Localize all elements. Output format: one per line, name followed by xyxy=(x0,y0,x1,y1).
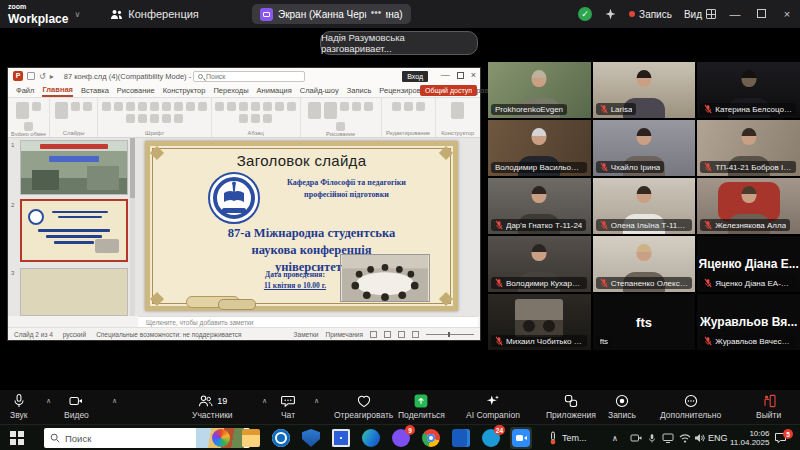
apps-button[interactable]: Приложения xyxy=(546,393,596,420)
react-button[interactable]: Отреагировать xyxy=(334,393,393,420)
notifications-button[interactable]: 5 xyxy=(774,425,797,450)
ribbon-group-font[interactable]: Шрифт xyxy=(98,98,212,137)
participant-tile[interactable]: Larisa xyxy=(593,62,696,118)
tab-file[interactable]: Файл xyxy=(16,86,34,95)
tray-mic-icon[interactable] xyxy=(648,425,656,450)
tab-home[interactable]: Главная xyxy=(42,85,73,97)
leave-button[interactable]: Выйти xyxy=(756,393,781,420)
ribbon-group-paragraph[interactable]: Абзац xyxy=(212,98,301,137)
video-button[interactable]: Видео xyxy=(64,393,89,420)
language-indicator[interactable]: русский xyxy=(63,331,86,338)
reading-view-icon[interactable] xyxy=(398,331,405,338)
tab-slideshow[interactable]: Слайд-шоу xyxy=(300,86,339,95)
ribbon-group-clipboard[interactable]: Буфер обмена xyxy=(8,98,50,137)
tray-display-icon[interactable] xyxy=(662,425,674,450)
comments-button[interactable]: Примечания xyxy=(325,331,363,338)
slide-thumbnail-3[interactable] xyxy=(20,268,128,316)
ai-sparkle-icon[interactable] xyxy=(604,8,617,21)
tab-insert[interactable]: Вставка xyxy=(81,86,109,95)
tab-animations[interactable]: Анимация xyxy=(257,86,292,95)
slideshow-view-icon[interactable] xyxy=(412,331,419,338)
wifi-icon[interactable] xyxy=(679,425,691,450)
share-options-button[interactable]: ••• xyxy=(366,4,386,24)
start-button[interactable] xyxy=(10,431,24,445)
tab-draw[interactable]: Рисование xyxy=(117,86,155,95)
zoom-app-active[interactable] xyxy=(510,427,532,449)
temperature-widget[interactable]: Tem... xyxy=(548,425,587,450)
tray-camera-icon[interactable] xyxy=(630,425,642,450)
sign-in-button[interactable]: Вход xyxy=(402,71,428,82)
tray-expand-chevron[interactable]: ∧ xyxy=(612,425,618,450)
ai-companion-button[interactable]: AI Companion xyxy=(466,393,520,420)
ppt-close-button[interactable]: × xyxy=(471,70,476,80)
copilot-icon[interactable] xyxy=(212,429,230,447)
view-button[interactable]: Вид xyxy=(684,9,716,20)
ribbon-group-designer[interactable]: Конструктор xyxy=(436,98,480,137)
chat-button[interactable]: Чат xyxy=(280,393,296,420)
messenger-icon[interactable]: 9 xyxy=(392,429,410,447)
accessibility-status[interactable]: Специальные возможности: не поддерживает… xyxy=(96,331,241,338)
security-shield-icon[interactable]: ✓ xyxy=(578,7,592,21)
tab-transitions[interactable]: Переходы xyxy=(213,86,248,95)
chevron-down-icon[interactable]: ∨ xyxy=(74,10,80,19)
ribbon-group-drawing[interactable]: Рисование xyxy=(301,98,382,137)
audio-options-chevron[interactable]: ∧ xyxy=(46,397,51,405)
participant-tile[interactable]: fts fts xyxy=(593,294,696,350)
word-icon[interactable] xyxy=(452,429,470,447)
participant-tile[interactable]: Железнякова Алла xyxy=(697,178,800,234)
audio-button[interactable]: Звук xyxy=(10,393,27,420)
participant-tile[interactable]: Володимир Кухарик Е... xyxy=(488,236,591,292)
browser-icon[interactable]: 24 xyxy=(482,429,500,447)
maximize-button[interactable] xyxy=(754,8,768,20)
language-indicator[interactable]: ENG xyxy=(708,425,728,450)
media-app-icon[interactable] xyxy=(332,429,350,447)
notes-button[interactable]: Заметки xyxy=(294,331,319,338)
ribbon-group-slides[interactable]: Слайды xyxy=(50,98,98,137)
participant-tile[interactable]: Чхайло Ірина xyxy=(593,120,696,176)
recording-indicator[interactable]: Запись xyxy=(629,9,672,20)
participants-button[interactable]: 19 Участники xyxy=(192,393,233,420)
close-button[interactable]: × xyxy=(780,8,794,20)
participant-tile[interactable]: Володимир Васильович ... xyxy=(488,120,591,176)
participant-tile[interactable]: Яценко Діана Е... Яценко Діана ЕА-11-24 xyxy=(697,236,800,292)
participant-tile[interactable]: Катерина Белсоцова xyxy=(697,62,800,118)
slide-canvas[interactable]: Заголовок слайда Кафедра Філософії та пе… xyxy=(145,141,458,311)
chat-options-chevron[interactable]: ∧ xyxy=(314,397,319,405)
participant-tile[interactable]: Олена Ільїна Т-11-24 xyxy=(593,178,696,234)
ppt-share-button[interactable]: Общий доступ xyxy=(420,85,477,96)
participant-tile[interactable]: Дар'я Гнатко Т-11-24 xyxy=(488,178,591,234)
slide-thumbnail-2-selected[interactable] xyxy=(20,199,128,262)
ribbon-group-editing[interactable]: Редактирование xyxy=(382,98,436,137)
share-screen-button[interactable]: Поделиться xyxy=(398,393,445,420)
tab-design[interactable]: Конструктор xyxy=(163,86,206,95)
file-explorer-icon[interactable] xyxy=(242,429,260,447)
screen-share-indicator[interactable]: Экран (Жанна Черкашина) xyxy=(252,4,411,24)
edge-icon[interactable] xyxy=(362,429,380,447)
notes-placeholder[interactable]: Щелкните, чтобы добавить заметки xyxy=(138,316,478,327)
participant-tile[interactable]: Михаил Чобитько Т-1... xyxy=(488,294,591,350)
participants-options-chevron[interactable]: ∧ xyxy=(262,397,267,405)
ppt-maximize-button[interactable] xyxy=(457,72,464,79)
outlook-icon[interactable] xyxy=(272,429,290,447)
participant-tile[interactable]: Журавльов Вя... Журавльов Вячеслав ... xyxy=(697,294,800,350)
slideshow-icon[interactable]: ▸ xyxy=(50,72,54,81)
chrome-icon[interactable] xyxy=(422,429,440,447)
clock[interactable]: 10:06 11.04.2025 xyxy=(730,425,769,450)
tab-record[interactable]: Запись xyxy=(347,86,372,95)
security-shield-icon[interactable] xyxy=(302,429,320,447)
participant-tile[interactable]: ТП-41-21 Бобров Ілля xyxy=(697,120,800,176)
participant-tile[interactable]: ProkhorenkoEvgen xyxy=(488,62,591,118)
video-options-chevron[interactable]: ∧ xyxy=(112,397,117,405)
participant-tile[interactable]: Степаненко Олександ... xyxy=(593,236,696,292)
volume-icon[interactable] xyxy=(694,425,705,450)
normal-view-icon[interactable] xyxy=(370,331,377,338)
undo-icon[interactable]: ↺ xyxy=(39,72,46,81)
save-icon[interactable] xyxy=(27,72,35,80)
slide-sorter-icon[interactable] xyxy=(384,331,391,338)
thumbnail-scrollbar[interactable] xyxy=(130,138,135,316)
slide-thumbnail-1[interactable] xyxy=(20,140,128,195)
ppt-minimize-button[interactable]: — xyxy=(441,70,450,80)
slide-counter[interactable]: Слайд 2 из 4 xyxy=(14,331,53,338)
more-button[interactable]: Дополнительно xyxy=(660,393,721,420)
zoom-slider[interactable] xyxy=(426,334,474,335)
